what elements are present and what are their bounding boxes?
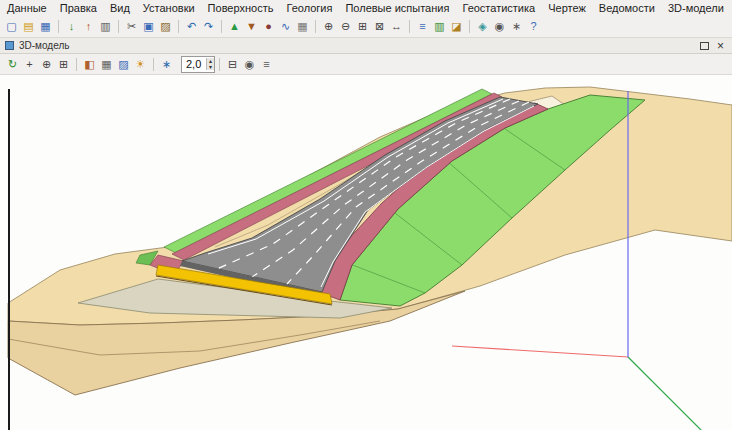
menu-item[interactable]: Вид (110, 2, 130, 14)
print-icon[interactable]: ▥ (97, 18, 114, 34)
import-icon[interactable]: ↓ (63, 18, 80, 34)
float-window-button[interactable] (700, 42, 709, 50)
3d-toolbar: ↻+⊕⊞◧▦▨☀∗ 2,0 ▴ ▾ ⊟◉≡ (0, 54, 732, 75)
menu-bar: ДанныеПравкаВидУстановкиПоверхностьГеоло… (0, 0, 732, 15)
chart-icon[interactable]: ◪ (448, 18, 465, 34)
menu-item[interactable]: 3D-модели (668, 2, 724, 14)
menu-item[interactable]: Ведомости (599, 2, 655, 14)
3d-scene[interactable] (0, 75, 732, 430)
camera-3d-icon[interactable]: ◉ (241, 56, 258, 72)
menu-item[interactable]: Установки (143, 2, 195, 14)
separator (178, 20, 179, 33)
texture-icon[interactable]: ▨ (115, 56, 132, 72)
zoom-in-icon[interactable]: ⊕ (320, 18, 337, 34)
redo-icon[interactable]: ↷ (200, 18, 217, 34)
3d-cube-icon (5, 41, 14, 50)
3d-viewport[interactable] (0, 75, 732, 430)
new-document-icon[interactable]: ▢ (3, 18, 20, 34)
axes-icon[interactable]: ∗ (158, 56, 175, 72)
window-buttons: × (700, 40, 727, 52)
spinner-buttons: ▴ ▾ (206, 58, 214, 70)
menu-item[interactable]: Чертеж (548, 2, 586, 14)
undo-icon[interactable]: ↶ (183, 18, 200, 34)
profile-icon[interactable]: ∿ (277, 18, 294, 34)
zoom-3d-icon[interactable]: ⊕ (38, 56, 55, 72)
pan-icon[interactable]: ↔ (388, 18, 405, 34)
menu-item[interactable]: Данные (7, 2, 47, 14)
wireframe-icon[interactable]: ▦ (98, 56, 115, 72)
separator (409, 20, 410, 33)
section-icon[interactable]: ⊟ (224, 56, 241, 72)
separator (76, 58, 77, 71)
scale-value[interactable]: 2,0 (186, 58, 203, 70)
help-icon[interactable]: ? (525, 18, 542, 34)
orbit-icon[interactable]: ↻ (4, 56, 21, 72)
copy-icon[interactable]: ▣ (140, 18, 157, 34)
save-icon[interactable]: ▦ (37, 18, 54, 34)
table-icon[interactable]: ≡ (414, 18, 431, 34)
separator (315, 20, 316, 33)
separator (221, 20, 222, 33)
cut-icon[interactable]: ✂ (123, 18, 140, 34)
lighting-icon[interactable]: ☀ (132, 56, 149, 72)
separator (118, 20, 119, 33)
menu-item[interactable]: Геостатистика (462, 2, 535, 14)
settings-3d-icon[interactable]: ≡ (258, 56, 275, 72)
zoom-all-icon[interactable]: ⊠ (371, 18, 388, 34)
menu-item[interactable]: Геология (286, 2, 332, 14)
3d-toolbar-icons-right: ⊟◉≡ (215, 54, 275, 74)
grid-icon[interactable]: ▦ (294, 18, 311, 34)
separator (469, 20, 470, 33)
surface-icon[interactable]: ▲ (226, 18, 243, 34)
zoom-out-icon[interactable]: ⊖ (337, 18, 354, 34)
settings-icon[interactable]: ∗ (508, 18, 525, 34)
report-icon[interactable]: ▥ (431, 18, 448, 34)
geology-icon[interactable]: ▼ (243, 18, 260, 34)
camera-icon[interactable]: ◉ (491, 18, 508, 34)
panel-title-bar: 3D-модель × (0, 38, 732, 54)
application-window: ДанныеПравкаВидУстановкиПоверхностьГеоло… (0, 0, 732, 430)
zoom-extents-icon[interactable]: ⊞ (55, 56, 72, 72)
main-toolbar: ▢▤▦↓↑▥✂▣▨↶↷▲▼●∿▦⊕⊖⊞⊠↔≡▥◪◈◉∗? (0, 15, 732, 38)
separator (219, 58, 220, 71)
3d-model-icon[interactable]: ◈ (474, 18, 491, 34)
3d-toolbar-icons: ↻+⊕⊞◧▦▨☀∗ (4, 54, 175, 74)
separator (153, 58, 154, 71)
menu-item[interactable]: Полевые испытания (345, 2, 449, 14)
close-panel-button[interactable]: × (717, 40, 724, 52)
borehole-icon[interactable]: ● (260, 18, 277, 34)
separator (58, 20, 59, 33)
panel-title: 3D-модель (19, 40, 69, 51)
float-window-icon (700, 42, 709, 50)
export-icon[interactable]: ↑ (80, 18, 97, 34)
scale-spinner[interactable]: 2,0 ▴ ▾ (181, 56, 215, 73)
menu-item[interactable]: Поверхность (208, 2, 274, 14)
spinner-down-icon[interactable]: ▾ (207, 64, 214, 70)
paste-icon[interactable]: ▨ (157, 18, 174, 34)
zoom-window-icon[interactable]: ⊞ (354, 18, 371, 34)
faces-mode-icon[interactable]: ◧ (81, 56, 98, 72)
open-folder-icon[interactable]: ▤ (20, 18, 37, 34)
pan-3d-icon[interactable]: + (21, 56, 38, 72)
menu-item[interactable]: Правка (60, 2, 97, 14)
